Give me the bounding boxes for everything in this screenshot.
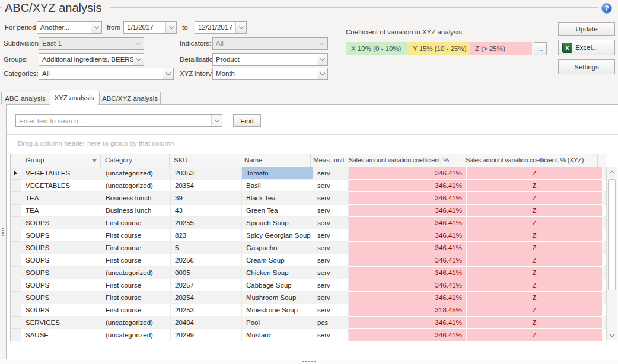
cell-sku[interactable]: 823 [171,229,242,242]
find-button[interactable]: Find [233,114,261,127]
cell-name[interactable]: Minestrone Soup [242,304,313,317]
chevron-down-icon[interactable] [317,68,327,79]
cell-name[interactable]: Gaspacho [242,242,313,254]
cell-group[interactable]: SOUPS [21,279,101,292]
cell-group[interactable]: SAUSE [21,329,101,341]
cell-meas-unit[interactable]: serv [313,192,349,205]
cell-group[interactable]: SOUPS [21,217,101,229]
table-row[interactable]: SAUSE(uncategorized)20299Mustardserv346.… [11,329,617,341]
date-to-select[interactable]: 12/31/2017 [195,21,247,34]
cell-coefficient[interactable]: 346.41% [349,292,467,304]
cell-name[interactable]: Black Tea [242,192,313,205]
table-row[interactable]: SOUPSFirst course5Gaspachoserv346.41%Z [11,242,617,254]
cell-group[interactable]: SOUPS [21,254,101,267]
period-select[interactable]: Another... [37,21,102,34]
cell-coefficient[interactable]: 346.41% [349,229,467,242]
table-row[interactable]: SOUPSFirst course20255Spinach Soupserv34… [11,217,617,229]
cell-meas-unit[interactable]: pcs [313,317,349,329]
cell-meas-unit[interactable]: serv [313,304,349,317]
table-row[interactable]: SOUPSFirst course20254Mushroom Soupserv3… [11,292,617,304]
cell-group[interactable]: TEA [21,192,101,205]
cell-coefficient[interactable]: 346.41% [349,317,467,329]
cell-category[interactable]: First course [101,217,171,229]
cell-name[interactable]: Spinach Soup [242,217,313,229]
cell-sku[interactable]: 5 [171,242,242,254]
cell-coefficient[interactable]: 346.41% [349,279,467,292]
chevron-down-icon[interactable] [235,22,246,33]
cell-name[interactable]: Spicy Georgian Soup [242,229,313,242]
cell-category[interactable]: First course [101,279,171,292]
cell-sku[interactable]: 20257 [171,279,242,292]
cell-xyz-class[interactable]: Z [467,205,603,217]
cell-group[interactable]: SOUPS [21,304,101,317]
cell-xyz-class[interactable]: Z [467,192,603,205]
cell-sku[interactable]: 43 [171,205,242,217]
cell-sku[interactable]: 20299 [171,329,242,341]
column-header-category[interactable]: Category [101,154,170,167]
cell-xyz-class[interactable]: Z [467,267,603,279]
cell-coefficient[interactable]: 346.41% [349,329,467,341]
cell-meas-unit[interactable]: serv [313,217,349,229]
cell-coefficient[interactable]: 346.41% [349,192,467,205]
search-combobox[interactable] [15,114,222,127]
cell-sku[interactable]: 20256 [171,254,242,267]
cell-group[interactable]: SOUPS [21,292,101,304]
cell-name[interactable]: Mustard [242,329,313,341]
cell-sku[interactable]: 20404 [171,317,242,329]
cell-name[interactable]: Chicken Soup [242,267,313,279]
cell-name[interactable]: Pool [242,317,313,329]
cell-name[interactable]: Basil [242,180,313,192]
cell-meas-unit[interactable]: serv [313,267,349,279]
cell-meas-unit[interactable]: serv [313,329,349,341]
cell-coefficient[interactable]: 346.41% [349,167,467,180]
cell-xyz-class[interactable]: Z [467,180,603,192]
cell-sku[interactable]: 20354 [171,180,242,192]
tab-abc-analysis[interactable]: ABC analysis [1,92,49,104]
cell-xyz-class[interactable]: Z [467,217,603,229]
scrollbar-thumb[interactable] [608,179,616,290]
cell-xyz-class[interactable]: Z [467,229,603,242]
column-header-sku[interactable]: SKU [170,154,240,167]
update-button[interactable]: Update [558,22,615,36]
cell-category[interactable]: (uncategorized) [101,329,171,341]
cell-group[interactable]: SERVICES [21,317,101,329]
cell-coefficient[interactable]: 318.45% [349,304,467,317]
cell-meas-unit[interactable]: serv [313,229,349,242]
detailisation-select[interactable]: Product [212,53,328,66]
cell-name[interactable]: Mushroom Soup [242,292,313,304]
cell-meas-unit[interactable]: serv [313,254,349,267]
chevron-down-icon[interactable] [91,22,101,33]
cell-sku[interactable]: 0005 [171,267,242,279]
cell-meas-unit[interactable]: serv [313,167,349,180]
column-header-name[interactable]: Name [240,154,311,167]
column-header-meas-unit[interactable]: Meas. unit [311,154,346,167]
cell-xyz-class[interactable]: Z [467,279,603,292]
column-header-coefficient-xyz[interactable]: Sales amount variation coefficient, % (X… [463,154,598,167]
left-splitter-handle[interactable] [2,228,4,236]
table-row[interactable]: TEABusiness lunch43Green Teaserv346.41%Z [11,205,617,217]
cell-name[interactable]: Cream Soup [242,254,313,267]
chevron-down-icon[interactable] [163,68,173,79]
cell-xyz-class[interactable]: Z [467,317,603,329]
cell-sku[interactable]: 20353 [171,167,242,180]
table-row[interactable]: SOUPSFirst course823Spicy Georgian Soups… [11,229,617,242]
scroll-down-icon[interactable] [607,330,617,340]
column-header-group[interactable]: Group [21,154,101,167]
cell-group[interactable]: SOUPS [21,242,101,254]
tab-abc-xyz-analysis[interactable]: ABC/XYZ analysis [99,92,161,104]
table-row[interactable]: VEGETABLES(uncategorized)20353Tomatoserv… [11,167,617,180]
table-row[interactable]: SERVICES(uncategorized)20404Poolpcs346.4… [11,317,617,329]
column-header-coefficient[interactable]: Sales amount variation coefficient, % [346,154,463,167]
cell-category[interactable]: (uncategorized) [101,267,171,279]
settings-button[interactable]: Settings [558,59,615,74]
cell-xyz-class[interactable]: Z [467,304,603,317]
search-input[interactable] [16,115,211,126]
table-row[interactable]: SOUPSFirst course20256Cream Soupserv346.… [11,254,617,267]
cell-category[interactable]: First course [101,304,171,317]
cell-coefficient[interactable]: 346.41% [349,217,467,229]
table-row[interactable]: SOUPSFirst course20253Minestrone Soupser… [11,304,617,317]
cell-category[interactable]: First course [101,254,171,267]
cell-category[interactable]: (uncategorized) [101,180,171,192]
cell-category[interactable]: Business lunch [101,192,171,205]
categories-select[interactable]: All [39,68,174,80]
